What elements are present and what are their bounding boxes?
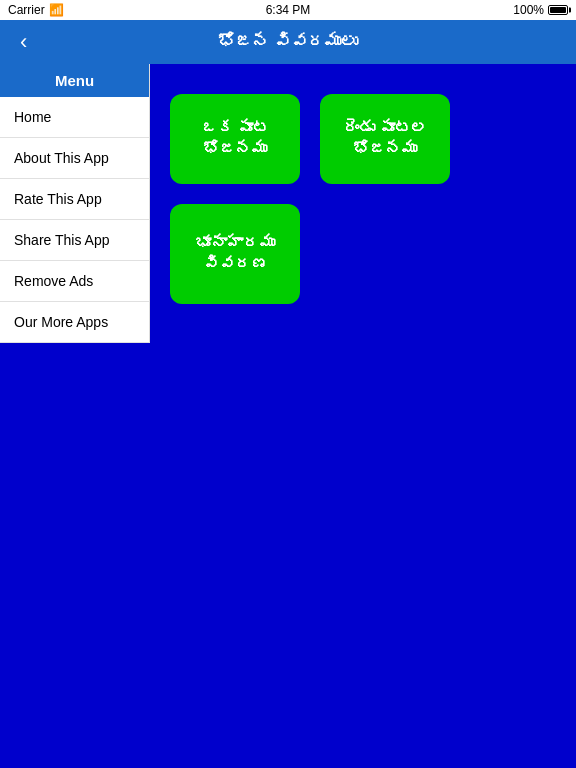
sidebar-item-share[interactable]: Share This App — [0, 220, 149, 261]
status-left: Carrier 📶 — [8, 3, 64, 17]
sidebar-item-rate[interactable]: Rate This App — [0, 179, 149, 220]
meal-row-2: భూనాహారము వివరణ — [170, 204, 556, 304]
nav-title: భోజన వివరములు — [218, 32, 358, 52]
sidebar-header: Menu — [0, 64, 149, 97]
two-meal-button[interactable]: రెండు పూటల భోజనము — [320, 94, 450, 184]
sidebar-item-home[interactable]: Home — [0, 97, 149, 138]
status-right: 100% — [513, 3, 568, 17]
one-meal-button[interactable]: ఒక పూట భోజనము — [170, 94, 300, 184]
battery-percent: 100% — [513, 3, 544, 17]
nav-bar: ‹ భోజన వివరములు — [0, 20, 576, 64]
meal-row-1: ఒక పూట భోజనము రెండు పూటల భోజనము — [170, 94, 556, 184]
carrier-label: Carrier — [8, 3, 45, 17]
sidebar: Menu Home About This App Rate This App S… — [0, 64, 150, 343]
wifi-icon: 📶 — [49, 3, 64, 17]
status-time: 6:34 PM — [266, 3, 311, 17]
battery-icon — [548, 5, 568, 15]
sidebar-item-about[interactable]: About This App — [0, 138, 149, 179]
back-button[interactable]: ‹ — [12, 29, 35, 55]
status-bar: Carrier 📶 6:34 PM 100% — [0, 0, 576, 20]
heavy-meal-button[interactable]: భూనాహారము వివరణ — [170, 204, 300, 304]
sidebar-item-remove-ads[interactable]: Remove Ads — [0, 261, 149, 302]
sidebar-item-more-apps[interactable]: Our More Apps — [0, 302, 149, 343]
